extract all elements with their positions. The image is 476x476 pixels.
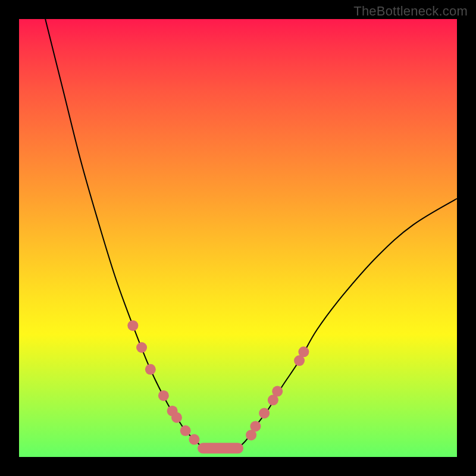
watermark-text: TheBottleneck.com: [353, 4, 468, 19]
marker-dot: [272, 386, 283, 397]
marker-dot: [189, 434, 199, 445]
curve-right: [238, 199, 457, 449]
marker-dot: [259, 408, 270, 418]
chart-svg: [19, 19, 457, 457]
plot-area: [19, 19, 457, 457]
marker-group: [127, 320, 309, 444]
marker-dot: [180, 425, 191, 436]
marker-dot: [171, 412, 182, 423]
marker-dot: [127, 320, 138, 331]
marker-dot: [136, 342, 147, 353]
marker-dot: [250, 421, 261, 431]
marker-dot: [145, 364, 156, 375]
marker-dot: [298, 346, 309, 357]
curve-left: [45, 19, 203, 448]
outer-frame: TheBottleneck.com: [0, 0, 476, 476]
marker-dot: [158, 390, 169, 401]
